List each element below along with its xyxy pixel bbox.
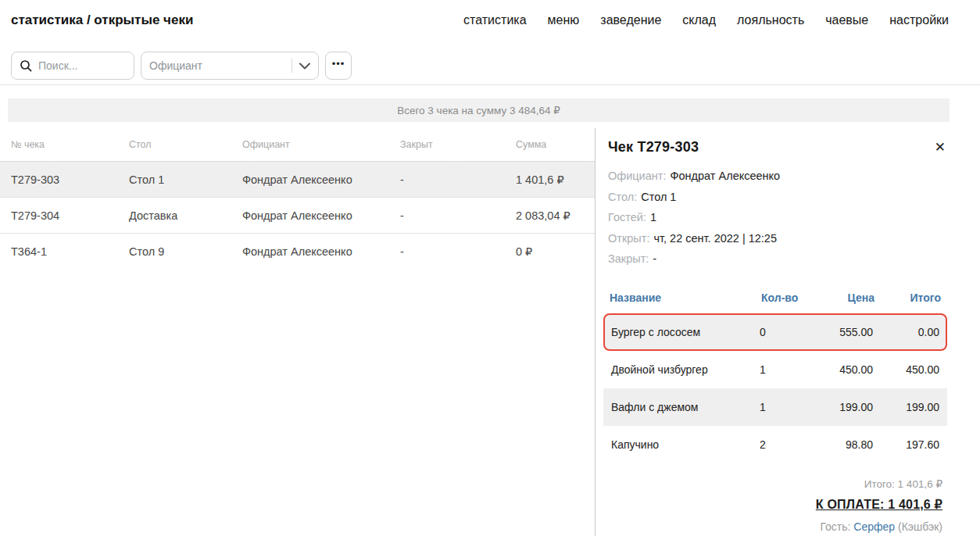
item-qty: 1 xyxy=(760,401,807,413)
table-row[interactable]: T279-303 Стол 1 Фондрат Алексеенко - 1 4… xyxy=(0,161,595,197)
chevron-down-icon xyxy=(299,63,310,70)
item-qty: 2 xyxy=(760,438,807,451)
list-item[interactable]: Двойной чизбургер 1 450.00 450.00 xyxy=(603,351,947,388)
items-table-header: Название Кол-во Цена Итого xyxy=(603,288,947,313)
top-nav: статистика меню заведение склад лояльнос… xyxy=(463,13,949,27)
item-total: 199.00 xyxy=(873,401,939,413)
guest-line: Гость: Серфер (Кэшбэк) xyxy=(608,517,942,537)
check-number-cell: T364-1 xyxy=(0,245,118,258)
field-closed: Закрыт:- xyxy=(608,248,942,270)
list-item[interactable]: Капучино 2 98.80 197.60 xyxy=(603,426,947,463)
toolbar: Официант ••• xyxy=(11,52,980,80)
closed-cell: - xyxy=(389,209,505,222)
item-price: 450.00 xyxy=(807,363,873,376)
breadcrumb: статистика / открытые чеки xyxy=(11,13,193,28)
search-icon xyxy=(20,59,32,72)
nav-item-menu[interactable]: меню xyxy=(548,13,580,27)
col-header-waiter: Официант xyxy=(231,139,389,150)
sum-cell: 1 401,6 ₽ xyxy=(505,173,595,186)
waiter-cell: Фондрат Алексеенко xyxy=(231,209,389,222)
item-total: 197.60 xyxy=(873,438,939,451)
app-header: статистика / открытые чеки статистика ме… xyxy=(0,0,980,28)
item-price: 555.00 xyxy=(807,326,873,338)
field-table: Стол:Стол 1 xyxy=(608,187,942,208)
col-header-closed: Закрыт xyxy=(389,139,505,150)
check-fields: Официант:Фондрат Алексеенко Стол:Стол 1 … xyxy=(608,166,942,270)
waiter-filter-label: Официант xyxy=(149,59,291,72)
field-opened: Открыт:чт, 22 сент. 2022 | 12:25 xyxy=(608,228,942,249)
checks-table: № чека Стол Официант Закрыт Сумма T279-3… xyxy=(0,122,595,536)
table-cell: Доставка xyxy=(118,209,231,222)
checks-table-header: № чека Стол Официант Закрыт Сумма xyxy=(0,128,595,161)
check-number-cell: T279-303 xyxy=(0,173,118,186)
item-col-name: Название xyxy=(610,288,761,313)
table-row[interactable]: T279-304 Доставка Фондрат Алексеенко - 2… xyxy=(0,197,595,233)
toolbar-divider xyxy=(0,84,980,85)
item-qty: 0 xyxy=(760,326,807,338)
field-guests: Гостей:1 xyxy=(608,207,942,228)
field-waiter: Официант:Фондрат Алексеенко xyxy=(608,166,942,187)
nav-item-settings[interactable]: настройки xyxy=(889,13,949,27)
table-cell: Стол 9 xyxy=(118,245,231,258)
amount-due-line: К ОПЛАТЕ: 1 401,6 ₽ xyxy=(608,493,942,517)
subtotal-line: Итого: 1 401,6 ₽ xyxy=(608,476,942,493)
item-price: 98.80 xyxy=(807,438,873,451)
item-qty: 1 xyxy=(760,363,807,376)
item-name: Бургер с лососем xyxy=(611,326,760,338)
col-header-check-number: № чека xyxy=(0,139,118,150)
search-input[interactable] xyxy=(38,59,126,72)
nav-item-venue[interactable]: заведение xyxy=(600,13,661,27)
guest-note: (Кэшбэк) xyxy=(898,520,942,533)
check-number-cell: T279-304 xyxy=(0,209,118,222)
sum-cell: 0 ₽ xyxy=(505,245,595,258)
table-row[interactable]: T364-1 Стол 9 Фондрат Алексеенко - 0 ₽ xyxy=(0,233,595,269)
item-price: 199.00 xyxy=(807,401,873,413)
waiter-cell: Фондрат Алексеенко xyxy=(231,245,389,258)
check-detail-panel: Чек T279-303 ✕ Официант:Фондрат Алексеен… xyxy=(595,128,980,536)
waiter-filter-select[interactable]: Официант xyxy=(141,52,319,80)
panel-header: Чек T279-303 ✕ xyxy=(608,139,942,156)
item-name: Капучино xyxy=(611,438,760,451)
nav-item-loyalty[interactable]: лояльность xyxy=(737,13,804,27)
waiter-cell: Фондрат Алексеенко xyxy=(231,173,389,186)
summary-banner: Всего 3 чека на сумму 3 484,64 ₽ xyxy=(8,98,950,122)
nav-item-statistics[interactable]: статистика xyxy=(463,13,526,27)
nav-item-warehouse[interactable]: склад xyxy=(682,13,716,27)
item-total: 0.00 xyxy=(873,326,939,338)
list-item[interactable]: Вафли с джемом 1 199.00 199.00 xyxy=(603,388,947,426)
item-total: 450.00 xyxy=(873,363,939,376)
search-input-wrapper xyxy=(11,52,134,80)
nav-item-tips[interactable]: чаевые xyxy=(825,13,868,27)
item-col-total: Итого xyxy=(874,288,941,313)
closed-cell: - xyxy=(389,173,505,186)
select-divider xyxy=(291,59,292,73)
check-items-table: Название Кол-во Цена Итого Бургер с лосо… xyxy=(608,288,942,463)
item-name: Вафли с джемом xyxy=(611,401,760,413)
col-header-table: Стол xyxy=(118,139,231,150)
item-name: Двойной чизбургер xyxy=(611,363,760,376)
content: № чека Стол Официант Закрыт Сумма T279-3… xyxy=(0,122,980,536)
more-filters-button[interactable]: ••• xyxy=(325,52,352,80)
closed-cell: - xyxy=(389,245,505,258)
sum-cell: 2 083,04 ₽ xyxy=(505,209,595,222)
item-col-qty: Кол-во xyxy=(761,288,808,313)
item-col-price: Цена xyxy=(808,288,874,313)
guest-label: Гость: xyxy=(820,520,850,533)
close-icon[interactable]: ✕ xyxy=(933,139,947,156)
guest-name-link[interactable]: Серфер xyxy=(853,520,895,533)
table-cell: Стол 1 xyxy=(118,173,231,186)
check-totals: Итого: 1 401,6 ₽ К ОПЛАТЕ: 1 401,6 ₽ Гос… xyxy=(608,476,942,537)
col-header-sum: Сумма xyxy=(505,139,595,150)
page-title: Чек T279-303 xyxy=(608,139,699,156)
list-item[interactable]: Бургер с лососем 0 555.00 0.00 xyxy=(603,313,947,351)
